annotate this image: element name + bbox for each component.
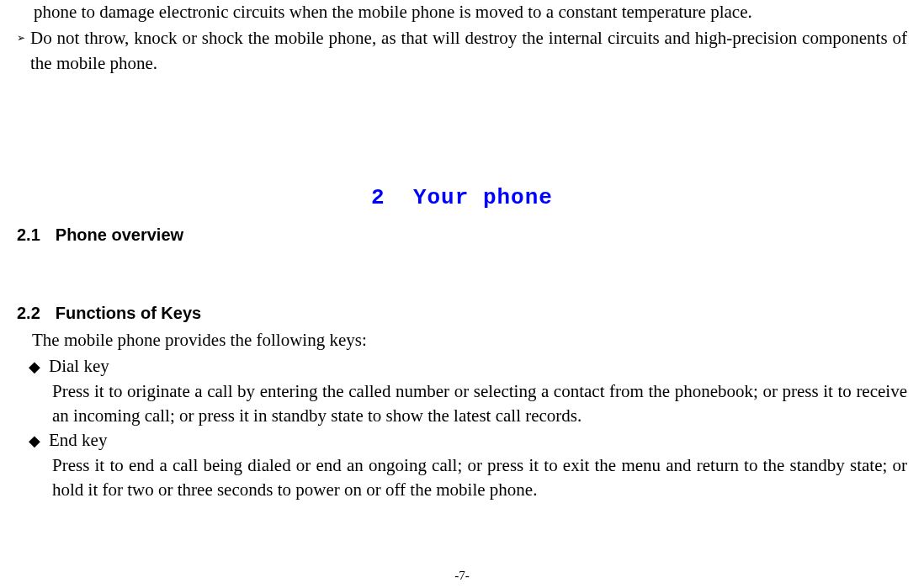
section-2-2-heading: 2.2Functions of Keys xyxy=(17,304,907,323)
key-item-dial: ◆ Dial key Press it to originate a call … xyxy=(29,354,907,428)
key-name: Dial key xyxy=(49,354,109,379)
precaution-text: Do not throw, knock or shock the mobile … xyxy=(30,26,907,76)
page-content: phone to damage electronic circuits when… xyxy=(0,0,924,503)
continuation-paragraph: phone to damage electronic circuits when… xyxy=(34,0,907,24)
section-title: Functions of Keys xyxy=(56,304,201,322)
section-number: 2.1 xyxy=(17,225,40,245)
key-name: End key xyxy=(49,428,107,453)
section-title: Phone overview xyxy=(56,225,183,244)
diamond-bullet-icon: ◆ xyxy=(29,358,40,376)
chapter-title: 2 Your phone xyxy=(17,185,907,210)
section-number: 2.2 xyxy=(17,304,40,323)
key-item-end: ◆ End key Press it to end a call being d… xyxy=(29,428,907,502)
precaution-item: ➢ Do not throw, knock or shock the mobil… xyxy=(17,26,907,76)
section-intro: The mobile phone provides the following … xyxy=(32,330,907,351)
diamond-bullet-icon: ◆ xyxy=(29,432,40,450)
chapter-name: Your phone xyxy=(413,185,553,210)
page-number: -7- xyxy=(0,569,924,583)
key-description: Press it to originate a call by entering… xyxy=(52,379,907,429)
section-2-1-heading: 2.1Phone overview xyxy=(17,225,907,245)
chapter-number: 2 xyxy=(371,185,385,210)
triangle-bullet-icon: ➢ xyxy=(17,32,25,45)
key-description: Press it to end a call being dialed or e… xyxy=(52,453,907,503)
keys-list: ◆ Dial key Press it to originate a call … xyxy=(17,354,907,502)
